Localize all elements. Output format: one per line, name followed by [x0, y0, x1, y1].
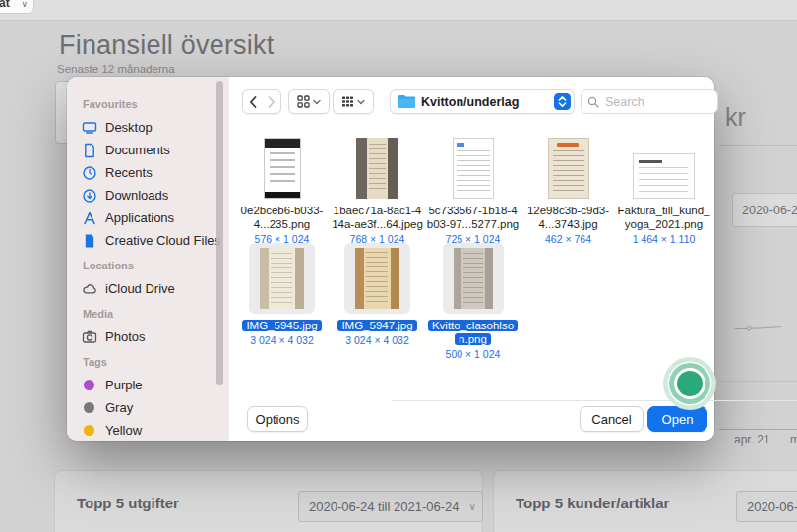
- document-icon: [81, 142, 97, 158]
- card-title: Topp 5 kunder/artiklar: [516, 495, 669, 511]
- sidebar-item-downloads[interactable]: Downloads: [81, 184, 229, 207]
- sidebar-scrollbar[interactable]: [216, 81, 223, 385]
- forward-button[interactable]: [268, 96, 276, 108]
- chevron-down-icon: ∨: [469, 502, 476, 512]
- sidebar-section-title: Favourites: [83, 98, 229, 110]
- file-name: Kvitto_clasohlson.png: [427, 319, 520, 346]
- download-icon: [81, 187, 97, 204]
- file-item[interactable]: 12e98c3b-c9d3-4...3743.jpg462 × 764: [521, 130, 616, 245]
- file-open-dialog: FavouritesDesktopDocumentsRecentsDownloa…: [67, 77, 714, 441]
- file-thumbnail: [443, 245, 504, 314]
- wood-receipt-1-thumb: [260, 248, 304, 309]
- date-range-dropdown[interactable]: 2020-06-24 till 2021-06-24 ∨: [298, 491, 483, 522]
- chart-axis: [719, 429, 797, 430]
- card-top-customers: Topp 5 kunder/artiklar 2020-06-24 till 2…: [493, 470, 797, 532]
- tag-color-icon: [81, 377, 97, 393]
- background-partial-dropdown: at ∨: [0, 0, 34, 14]
- search-input[interactable]: [603, 94, 696, 110]
- file-thumbnail: [249, 245, 315, 314]
- gray-receipt-thumb: [454, 248, 493, 309]
- background-topbar: [0, 0, 797, 21]
- file-thumbnail: [356, 130, 398, 199]
- sidebar-item-icloud-drive[interactable]: iCloud Drive: [81, 277, 229, 300]
- sidebar-item-label: Photos: [105, 329, 145, 344]
- sidebar-item-gray[interactable]: Gray: [81, 396, 229, 419]
- chevron-down-icon: ∨: [21, 0, 28, 9]
- folder-path-dropdown[interactable]: Kvitton/underlag: [390, 89, 575, 114]
- file-dimensions: 462 × 764: [545, 233, 591, 245]
- grid-view-icon: [297, 95, 310, 108]
- axis-tick-label: apr. 21: [734, 433, 770, 446]
- icon-view-button[interactable]: [288, 89, 330, 114]
- sidebar-item-label: Creative Cloud Files: [105, 233, 220, 248]
- file-dimensions: 3 024 × 4 032: [250, 334, 314, 346]
- date-dropdown[interactable]: 2020-06-24: [732, 193, 797, 227]
- file-item[interactable]: Faktura_till_kund_yoga_2021.png1 464 × 1…: [616, 130, 711, 245]
- file-thumbnail: [548, 130, 589, 199]
- sidebar-item-photos[interactable]: Photos: [81, 325, 229, 348]
- folder-icon: [398, 95, 415, 108]
- file-thumbnail: [453, 130, 494, 199]
- file-item[interactable]: IMG_5945.jpg3 024 × 4 032: [234, 245, 330, 360]
- date-range-value: 2020-06-24 till 2021-06-24: [309, 500, 460, 514]
- chevron-down-icon: [313, 99, 321, 105]
- date-range-dropdown[interactable]: 2020-06-24 till 2021-06-24: [736, 491, 797, 522]
- file-name: 5c733567-1b18-4b03-97...5277.png: [427, 204, 520, 231]
- sidebar-section-favourites: FavouritesDesktopDocumentsRecentsDownloa…: [81, 98, 229, 252]
- search-icon: [587, 96, 599, 108]
- file-name: IMG_5947.jpg: [332, 319, 424, 332]
- back-button[interactable]: [249, 96, 257, 108]
- sidebar-section-locations: LocationsiCloud Drive: [81, 260, 229, 300]
- sidebar-section-title: Tags: [83, 356, 229, 368]
- sidebar-item-label: Applications: [105, 210, 174, 225]
- sidebar-item-label: Purple: [105, 378, 143, 392]
- stepper-icon: [554, 93, 571, 110]
- file-item[interactable]: 5c733567-1b18-4b03-97...5277.png725 × 1 …: [425, 130, 521, 245]
- click-indicator: [677, 371, 703, 396]
- sidebar-item-yellow[interactable]: Yellow: [81, 419, 229, 441]
- group-view-button[interactable]: [333, 89, 374, 114]
- period-label: Senaste 12 månaderna: [57, 63, 175, 75]
- selected-thumb-background: [344, 243, 410, 314]
- file-dimensions: 500 × 1 024: [446, 348, 501, 360]
- chart-line: [719, 325, 797, 331]
- sidebar-item-documents[interactable]: Documents: [81, 139, 229, 161]
- folder-path-label: Kvitton/underlag: [421, 95, 554, 109]
- sidebar-item-label: Documents: [105, 143, 170, 157]
- file-dimensions: 3 024 × 4 032: [345, 334, 409, 346]
- partial-dropdown-label: at: [0, 0, 10, 10]
- options-button[interactable]: Options: [247, 406, 308, 432]
- file-item[interactable]: Kvitto_clasohlson.png500 × 1 024: [425, 245, 521, 360]
- sidebar-item-recents[interactable]: Recents: [81, 161, 229, 184]
- sidebar-item-label: Desktop: [105, 120, 153, 135]
- cancel-button[interactable]: Cancel: [580, 406, 644, 432]
- chevron-down-icon: [357, 99, 365, 105]
- desktop-icon: [81, 119, 97, 136]
- sidebar-item-applications[interactable]: Applications: [81, 207, 229, 229]
- card-title: Topp 5 utgifter: [77, 495, 179, 511]
- invoice-scan-thumb: [453, 138, 494, 199]
- file-thumbnail: [344, 245, 410, 314]
- sidebar-item-desktop[interactable]: Desktop: [81, 116, 229, 139]
- selected-thumb-background: [443, 243, 504, 314]
- file-name: IMG_5945.jpg: [236, 319, 329, 332]
- file-item[interactable]: 1baec71a-8ac1-414a-ae3f...64.jpeg768 × 1…: [330, 130, 425, 245]
- file-icon: [81, 232, 97, 249]
- sidebar-item-purple[interactable]: Purple: [81, 374, 229, 396]
- wood-receipt-2-thumb: [355, 248, 399, 309]
- clock-icon: [81, 164, 97, 181]
- sidebar-section-title: Locations: [83, 260, 229, 271]
- axis-tick-label-partial: m: [790, 433, 797, 446]
- file-item[interactable]: IMG_5947.jpg3 024 × 4 032: [330, 245, 425, 360]
- sidebar-item-creative-cloud-files[interactable]: Creative Cloud Files: [81, 229, 229, 252]
- open-button[interactable]: Open: [647, 406, 707, 432]
- phone-screenshot-thumb: [264, 138, 301, 199]
- faktura-landscape-thumb: [633, 153, 695, 199]
- search-field[interactable]: [581, 89, 718, 114]
- file-item[interactable]: 0e2bceb6-b033-4...235.png576 × 1 024: [234, 130, 330, 245]
- file-name: 1baec71a-8ac1-414a-ae3f...64.jpeg: [332, 204, 424, 231]
- file-row: IMG_5945.jpg3 024 × 4 032IMG_5947.jpg3 0…: [234, 245, 714, 360]
- dialog-sidebar: FavouritesDesktopDocumentsRecentsDownloa…: [67, 77, 229, 441]
- sidebar-item-label: Yellow: [105, 423, 142, 438]
- sidebar-section-media: MediaPhotos: [81, 308, 229, 348]
